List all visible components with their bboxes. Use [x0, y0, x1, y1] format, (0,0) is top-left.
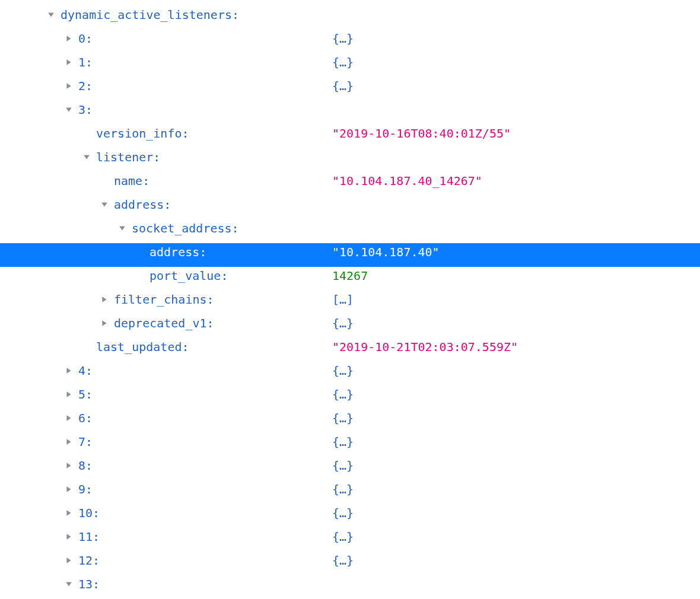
collapsed-object: {…} [332, 31, 354, 46]
node-key: last_updated: [96, 338, 189, 356]
tree-node-1[interactable]: 1: {…} [0, 53, 700, 77]
node-value: 14267 [332, 269, 368, 283]
chevron-down-icon[interactable] [101, 201, 110, 208]
tree-node-filter-chains[interactable]: filter_chains: […] [0, 291, 700, 314]
collapsed-object: {…} [332, 79, 354, 93]
node-key: dynamic_active_listeners: [61, 6, 239, 24]
tree-node-11[interactable]: 11: {…} [0, 528, 700, 552]
tree-node-0[interactable]: 0: {…} [0, 30, 700, 53]
node-key: listener: [96, 148, 160, 166]
collapsed-object: {…} [332, 506, 354, 520]
collapsed-object: {…} [332, 364, 354, 378]
chevron-right-icon[interactable] [65, 82, 75, 90]
collapsed-array: […] [332, 292, 354, 307]
node-value: "2019-10-16T08:40:01Z/55" [332, 126, 511, 141]
chevron-right-icon[interactable] [65, 391, 75, 398]
chevron-down-icon[interactable] [47, 11, 57, 18]
collapsed-object: {…} [332, 387, 354, 402]
svg-marker-5 [84, 155, 90, 159]
node-key: 0: [78, 30, 93, 47]
chevron-right-icon[interactable] [65, 438, 75, 445]
tree-node-listener-name[interactable]: name: "10.104.187.40_14267" [0, 172, 700, 196]
svg-marker-8 [102, 297, 106, 302]
tree-node-9[interactable]: 9: {…} [0, 480, 700, 504]
svg-marker-19 [66, 582, 72, 586]
chevron-down-icon[interactable] [83, 154, 93, 161]
chevron-down-icon[interactable] [65, 581, 75, 588]
svg-marker-13 [66, 439, 71, 445]
tree-node-root[interactable]: dynamic_active_listeners: [0, 6, 700, 30]
tree-node-8[interactable]: 8: {…} [0, 457, 700, 480]
svg-marker-15 [66, 486, 71, 492]
tree-node-12[interactable]: 12: {…} [0, 552, 700, 575]
node-key: 5: [78, 385, 93, 403]
collapsed-object: {…} [332, 316, 354, 330]
chevron-right-icon[interactable] [65, 509, 75, 517]
node-value: "10.104.187.40" [332, 245, 440, 259]
svg-marker-6 [101, 202, 107, 206]
collapsed-object: {…} [332, 435, 354, 449]
tree-node-2[interactable]: 2: {…} [0, 77, 700, 101]
chevron-right-icon[interactable] [65, 557, 75, 564]
svg-marker-14 [66, 463, 71, 469]
chevron-right-icon[interactable] [101, 296, 110, 303]
svg-marker-0 [48, 12, 54, 17]
node-key: address: [149, 243, 206, 261]
node-key: port_value: [149, 267, 228, 285]
node-key: 1: [78, 53, 93, 71]
node-key: 10: [78, 504, 100, 522]
chevron-right-icon[interactable] [65, 486, 75, 493]
chevron-right-icon[interactable] [65, 415, 75, 422]
svg-marker-4 [66, 107, 72, 111]
chevron-right-icon[interactable] [65, 533, 75, 540]
tree-node-3[interactable]: 3: [0, 101, 700, 125]
collapsed-object: {…} [332, 55, 354, 69]
tree-node-6[interactable]: 6: {…} [0, 409, 700, 433]
node-key: 13: [78, 575, 100, 593]
chevron-down-icon[interactable] [119, 225, 128, 232]
tree-node-socket-address-address[interactable]: address: "10.104.187.40" [0, 243, 700, 267]
node-key: 6: [78, 409, 93, 427]
chevron-right-icon[interactable] [65, 59, 75, 66]
svg-marker-11 [66, 391, 71, 397]
chevron-right-icon[interactable] [101, 320, 110, 327]
tree-node-deprecated-v1[interactable]: deprecated_v1: {…} [0, 314, 700, 338]
node-key: 11: [78, 528, 100, 546]
tree-node-4[interactable]: 4: {…} [0, 362, 700, 385]
svg-marker-18 [66, 557, 71, 563]
chevron-down-icon[interactable] [65, 106, 75, 113]
collapsed-object: {…} [332, 553, 354, 568]
node-key: 8: [78, 457, 93, 474]
tree-node-listener[interactable]: listener: [0, 148, 700, 172]
chevron-right-icon[interactable] [65, 462, 75, 469]
node-key: 3: [78, 101, 93, 119]
tree-node-last-updated[interactable]: last_updated: "2019-10-21T02:03:07.559Z" [0, 338, 700, 362]
svg-marker-7 [119, 226, 125, 230]
node-key: 2: [78, 77, 93, 95]
tree-node-socket-address-port[interactable]: port_value: 14267 [0, 267, 700, 291]
node-key: 7: [78, 433, 93, 451]
tree-node-listener-address[interactable]: address: [0, 196, 700, 219]
chevron-right-icon[interactable] [65, 35, 75, 42]
svg-marker-16 [66, 510, 71, 516]
node-key: version_info: [96, 125, 189, 142]
collapsed-object: {…} [332, 530, 354, 544]
tree-node-7[interactable]: 7: {…} [0, 433, 700, 457]
tree-node-13[interactable]: 13: [0, 575, 700, 599]
collapsed-object: {…} [332, 482, 354, 496]
node-key: socket_address: [132, 219, 239, 237]
tree-node-version-info[interactable]: version_info: "2019-10-16T08:40:01Z/55" [0, 125, 700, 148]
svg-marker-10 [66, 368, 71, 374]
svg-marker-2 [66, 59, 71, 65]
svg-marker-17 [66, 534, 71, 540]
tree-node-10[interactable]: 10: {…} [0, 504, 700, 528]
node-key: deprecated_v1: [114, 314, 214, 332]
tree-node-5[interactable]: 5: {…} [0, 385, 700, 409]
node-key: filter_chains: [114, 291, 214, 308]
tree-node-socket-address[interactable]: socket_address: [0, 219, 700, 243]
node-key: 12: [78, 552, 100, 569]
chevron-right-icon[interactable] [65, 367, 75, 374]
json-tree: dynamic_active_listeners: 0: {…} 1: {…} … [0, 0, 700, 599]
collapsed-object: {…} [332, 458, 354, 473]
svg-marker-12 [66, 415, 71, 421]
